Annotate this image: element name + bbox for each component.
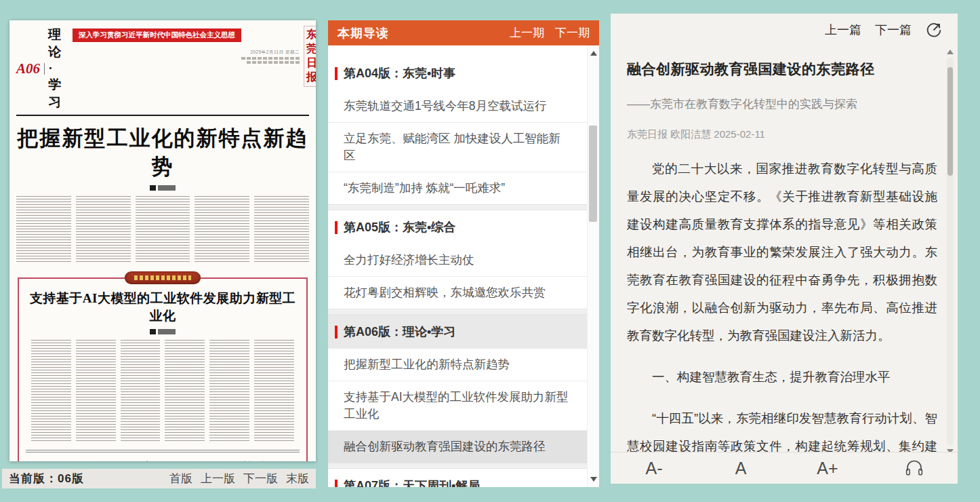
text-column bbox=[76, 196, 131, 263]
masthead-area: 2025年2月11日 星期二 东莞日报 bbox=[241, 26, 316, 87]
red-bar-icon bbox=[335, 67, 338, 80]
page-section-label: A06 理论·学习 bbox=[16, 26, 63, 111]
last-page-button[interactable]: 末版 bbox=[286, 471, 309, 486]
guide-title: 本期导读 bbox=[338, 25, 389, 41]
article-link[interactable]: 全力打好经济增长主动仗 bbox=[328, 244, 588, 276]
article-byline: 东莞日报 欧阳洁慧 2025-02-11 bbox=[627, 128, 937, 141]
theme-banner: 深入学习贯彻习近平新时代中国特色社会主义思想 bbox=[73, 28, 241, 42]
prev-page-button[interactable]: 上一版 bbox=[201, 471, 235, 486]
text-column bbox=[31, 340, 71, 442]
prev-issue-button[interactable]: 上一期 bbox=[510, 25, 544, 41]
font-larger-button[interactable]: A+ bbox=[784, 452, 871, 484]
newspaper-header: A06 理论·学习 深入学习贯彻习近平新时代中国特色社会主义思想 2025年2月… bbox=[9, 20, 316, 113]
text-column bbox=[16, 196, 71, 263]
newspaper-page-preview[interactable]: A06 理论·学习 深入学习贯彻习近平新时代中国特色社会主义思想 2025年2月… bbox=[9, 20, 316, 461]
article-paragraph: 党的二十大以来，国家推进教育数字化转型与高质量发展的决心坚定不移。《关于推进教育… bbox=[627, 155, 937, 349]
section-link-a05[interactable]: 第A05版：东莞•综合 bbox=[328, 210, 588, 244]
article-link-current[interactable]: 融合创新驱动教育强国建设的东莞路径 bbox=[328, 430, 588, 463]
section-link-a04[interactable]: 第A04版：东莞•时事 bbox=[328, 56, 588, 90]
text-column bbox=[121, 340, 161, 442]
red-bar-icon bbox=[335, 480, 338, 488]
article2-headline: 支持基于AI大模型的工业软件发展助力新型工业化 bbox=[24, 290, 301, 325]
page-navigation-bar: 当前版：06版 首版 上一版 下一版 末版 bbox=[2, 469, 316, 488]
text-column bbox=[76, 340, 116, 442]
fine-print-sim bbox=[241, 57, 300, 60]
share-icon[interactable] bbox=[925, 21, 943, 39]
section-gap bbox=[328, 204, 588, 210]
red-bar-icon bbox=[335, 326, 338, 339]
article-link[interactable]: “东莞制造”加持 炼就“一吒难求” bbox=[328, 172, 588, 204]
article-link[interactable]: 把握新型工业化的新特点新趋势 bbox=[328, 349, 588, 381]
paper-date-block: 2025年2月11日 星期二 bbox=[241, 50, 300, 64]
fine-print-sim bbox=[247, 61, 300, 64]
text-column bbox=[136, 196, 190, 263]
article-title: 融合创新驱动教育强国建设的东莞路径 bbox=[627, 60, 937, 79]
article-separator bbox=[26, 450, 300, 452]
scroll-up-arrow-icon[interactable] bbox=[947, 50, 954, 54]
issue-guide-panel: 本期导读 上一期 下一期 第A04版：东莞•时事 东莞轨道交通1号线今年8月空载… bbox=[328, 20, 599, 487]
text-column bbox=[254, 340, 294, 442]
guide-scrollbar-thumb[interactable] bbox=[589, 125, 597, 222]
next-page-button[interactable]: 下一版 bbox=[243, 471, 278, 486]
scroll-up-arrow-icon[interactable] bbox=[590, 51, 597, 56]
text-column bbox=[195, 196, 249, 263]
article-section-heading: 一、构建智慧教育生态，提升教育治理水平 bbox=[627, 363, 937, 391]
reader-toolbar: A- A A+ bbox=[611, 452, 958, 484]
article2-byline bbox=[150, 329, 176, 334]
article3-headline: 融合创新驱动教育强国建设的东莞路径 bbox=[24, 459, 301, 461]
article-reader-panel: 上一篇 下一篇 融合创新驱动教育强国建设的东莞路径 ——东莞市在教育数字化转型中… bbox=[611, 14, 958, 484]
text-column bbox=[165, 340, 205, 442]
article-link[interactable]: 东莞轨道交通1号线今年8月空载试运行 bbox=[328, 90, 588, 122]
scroll-down-arrow-icon[interactable] bbox=[590, 477, 597, 482]
next-article-button[interactable]: 下一篇 bbox=[875, 22, 912, 38]
listen-headphones-icon[interactable] bbox=[871, 459, 958, 477]
article-content: 融合创新驱动教育强国建设的东莞路径 ——东莞市在教育数字化转型中的实践与探索 东… bbox=[611, 46, 943, 452]
prev-article-button[interactable]: 上一篇 bbox=[825, 22, 861, 38]
article2-text-columns bbox=[24, 337, 301, 442]
guide-scrollbar[interactable] bbox=[587, 45, 599, 487]
section-link-a06[interactable]: 第A06版：理论•学习 bbox=[328, 315, 588, 349]
article-link[interactable]: 立足东莞、赋能湾区 加快建设人工智能新区 bbox=[328, 122, 588, 172]
article1-byline bbox=[150, 185, 176, 191]
reader-scrollbar-thumb[interactable] bbox=[947, 67, 953, 176]
section-gap bbox=[328, 463, 588, 469]
header-rule bbox=[16, 115, 309, 116]
guide-list: 第A04版：东莞•时事 东莞轨道交通1号线今年8月空载试运行 立足东莞、赋能湾区… bbox=[328, 45, 588, 487]
article-paragraph: “十四五”以来，东莞相继印发智慧教育行动计划、智慧校园建设指南等政策文件，构建起… bbox=[627, 404, 937, 452]
font-smaller-button[interactable]: A- bbox=[611, 452, 697, 484]
article-link[interactable]: 支持基于AI大模型的工业软件发展助力新型工业化 bbox=[328, 381, 588, 430]
guide-header: 本期导读 上一期 下一期 bbox=[328, 20, 599, 45]
current-page-label: 当前版：06版 bbox=[9, 471, 84, 486]
font-normal-button[interactable]: A bbox=[697, 452, 784, 484]
page-number: A06 bbox=[16, 60, 40, 77]
paper-date: 2025年2月11日 星期二 bbox=[250, 50, 300, 56]
ribbon-decoration-icon bbox=[125, 271, 201, 284]
first-page-button[interactable]: 首版 bbox=[169, 471, 192, 486]
featured-articles-box: 支持基于AI大模型的工业软件发展助力新型工业化 融合创新驱动教育强国建设的东莞路… bbox=[18, 277, 308, 461]
epaper-app: A06 理论·学习 深入学习贯彻习近平新时代中国特色社会主义思想 2025年2月… bbox=[0, 0, 980, 502]
paper-masthead: 东莞日报 bbox=[304, 26, 316, 87]
text-column bbox=[254, 196, 309, 263]
article1-text-columns bbox=[9, 193, 316, 263]
article-subtitle: ——东莞市在教育数字化转型中的实践与探索 bbox=[627, 96, 937, 112]
text-column bbox=[209, 340, 249, 442]
article-link[interactable]: 花灯粤剧交相辉映，东城邀您欢乐共赏 bbox=[328, 276, 588, 309]
section-name: 理论·学习 bbox=[48, 26, 63, 111]
reader-scrollbar[interactable] bbox=[947, 58, 954, 446]
section-link-a07[interactable]: 第A07版：天下周刊•解局 bbox=[328, 469, 588, 487]
section-gap bbox=[328, 309, 588, 315]
reader-nav: 上一篇 下一篇 bbox=[611, 14, 958, 46]
article1-headline: 把握新型工业化的新特点新趋势 bbox=[9, 124, 316, 181]
next-issue-button[interactable]: 下一期 bbox=[555, 25, 590, 41]
red-bar-icon bbox=[335, 221, 338, 234]
